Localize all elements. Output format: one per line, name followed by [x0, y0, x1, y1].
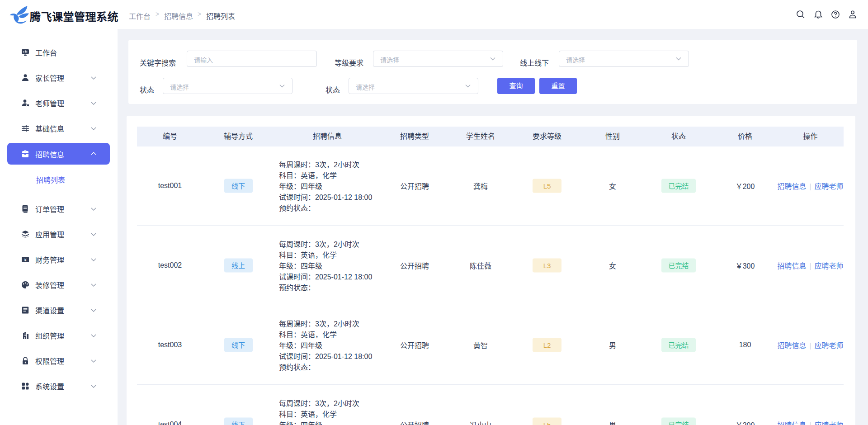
svg-text:¥: ¥ — [24, 258, 26, 262]
